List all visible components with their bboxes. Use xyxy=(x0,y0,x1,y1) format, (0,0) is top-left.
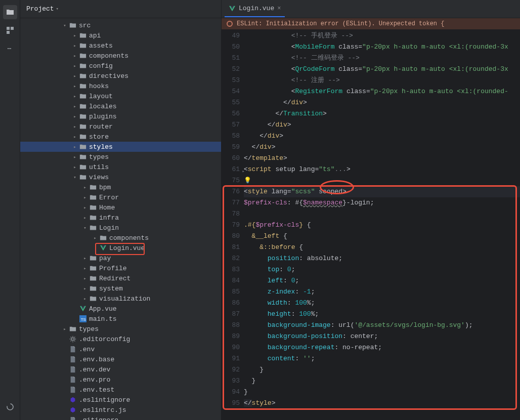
tree-item[interactable]: ▸locales xyxy=(20,101,221,111)
chevron-right-icon[interactable]: ▸ xyxy=(81,296,89,302)
gauge-rail-icon[interactable] xyxy=(3,400,17,414)
chevron-right-icon[interactable]: ▸ xyxy=(81,266,89,271)
tree-item[interactable]: ▸visualization xyxy=(20,293,221,304)
tree-item[interactable]: .eslintrc.js xyxy=(20,405,221,415)
tree-item[interactable]: ▸hooks xyxy=(20,81,221,91)
chevron-right-icon[interactable]: ▸ xyxy=(81,286,89,291)
code-line[interactable]: <!-- 手机登录 --> xyxy=(244,30,520,41)
code-line[interactable]: z-index: -1; xyxy=(244,286,520,298)
code-line[interactable]: </template> xyxy=(244,153,520,164)
chevron-right-icon[interactable]: ▸ xyxy=(71,43,79,49)
code-line[interactable]: <style lang="scss" scoped> xyxy=(244,186,520,197)
tree-item[interactable]: ▸assets xyxy=(20,40,221,51)
code-content[interactable]: <!-- 手机登录 --> <MobileForm class="p-20px … xyxy=(244,29,520,420)
tree-item[interactable]: ▸plugins xyxy=(20,111,221,121)
tree-item[interactable]: ▸Redirect xyxy=(20,273,221,283)
chevron-right-icon[interactable]: ▸ xyxy=(71,124,79,130)
chevron-right-icon[interactable]: ▸ xyxy=(71,144,79,150)
tree-item[interactable]: ▸bpm xyxy=(20,182,221,192)
chevron-right-icon[interactable]: ▸ xyxy=(71,164,79,170)
tree-item[interactable]: .editorconfig xyxy=(20,334,221,344)
tree-item[interactable]: .env xyxy=(20,344,221,354)
code-line[interactable]: $prefix-cls: #{$namespace}-login; xyxy=(244,197,520,208)
code-line[interactable]: <QrCodeForm class="p-20px h-auto m-auto … xyxy=(244,64,520,75)
chevron-right-icon[interactable]: ▸ xyxy=(71,154,79,160)
tree-item[interactable]: .env.test xyxy=(20,385,221,395)
tree-item[interactable]: ▸config xyxy=(20,61,221,71)
code-line[interactable]: <!-- 二维码登录 --> xyxy=(244,53,520,64)
code-line[interactable]: height: 100%; xyxy=(244,309,520,320)
editor-tab[interactable]: Login.vue × xyxy=(225,1,285,17)
chevron-right-icon[interactable]: ▸ xyxy=(71,94,79,99)
code-line[interactable]: 💡 xyxy=(244,175,520,186)
chevron-right-icon[interactable]: ▸ xyxy=(71,73,79,79)
chevron-right-icon[interactable]: ▸ xyxy=(71,53,79,59)
tree-item[interactable]: ▸components xyxy=(20,51,221,61)
code-line[interactable]: top: 0; xyxy=(244,264,520,275)
chevron-right-icon[interactable]: ▸ xyxy=(81,185,89,190)
tree-item[interactable]: ▾views xyxy=(20,172,221,182)
chevron-right-icon[interactable]: ▸ xyxy=(71,134,79,140)
code-line[interactable]: <!-- 注册 --> xyxy=(244,75,520,86)
code-line[interactable]: </div> xyxy=(244,131,520,142)
code-line[interactable]: } xyxy=(244,375,520,387)
code-line[interactable]: </style> xyxy=(244,398,520,409)
project-rail-icon[interactable] xyxy=(3,5,17,19)
chevron-right-icon[interactable]: ▸ xyxy=(71,33,79,38)
tree-item[interactable]: ▸components xyxy=(20,233,221,243)
tree-item[interactable]: ▸pay xyxy=(20,253,221,263)
chevron-right-icon[interactable]: ▸ xyxy=(61,326,69,332)
code-line[interactable]: <MobileForm class="p-20px h-auto m-auto … xyxy=(244,41,520,53)
code-line[interactable]: </Transition> xyxy=(244,108,520,119)
tree-item[interactable]: App.vue xyxy=(20,304,221,314)
tree-item[interactable]: ▸Error xyxy=(20,192,221,202)
code-line[interactable]: position: absolute; xyxy=(244,253,520,264)
project-tree[interactable]: ▾src▸api▸assets▸components▸config▸direct… xyxy=(20,18,221,420)
chevron-right-icon[interactable]: ▸ xyxy=(81,205,89,211)
close-icon[interactable]: × xyxy=(277,5,281,12)
tree-item[interactable]: .eslintignore xyxy=(20,395,221,405)
code-editor[interactable]: 49505152535455565758596061▸7576777879808… xyxy=(222,29,520,420)
tree-item[interactable]: ▸styles xyxy=(20,142,221,152)
code-line[interactable] xyxy=(244,208,520,220)
chevron-right-icon[interactable]: ▸ xyxy=(81,256,89,261)
code-line[interactable]: </div> xyxy=(244,142,520,153)
more-rail-icon[interactable]: ⋯ xyxy=(3,41,17,56)
tree-item[interactable]: ▸directives xyxy=(20,71,221,81)
tree-item[interactable]: ▸router xyxy=(20,121,221,132)
code-line[interactable]: left: 0; xyxy=(244,275,520,286)
code-line[interactable]: background-image: url('@/assets/svgs/log… xyxy=(244,320,520,331)
code-line[interactable]: .#{$prefix-cls} { xyxy=(244,220,520,231)
project-panel-header[interactable]: Project ▾ xyxy=(20,0,221,18)
tree-item[interactable]: ▸Home xyxy=(20,202,221,213)
code-line[interactable]: width: 100%; xyxy=(244,298,520,309)
code-line[interactable]: </div> xyxy=(244,119,520,131)
tree-item[interactable]: TSmain.ts xyxy=(20,314,221,324)
code-line[interactable]: background-repeat: no-repeat; xyxy=(244,342,520,353)
tree-item[interactable]: .gitignore xyxy=(20,415,221,420)
code-line[interactable]: <script setup lang="ts"...> xyxy=(244,164,520,175)
tree-item[interactable]: ▸layout xyxy=(20,91,221,101)
code-line[interactable]: content: ''; xyxy=(244,353,520,364)
tree-item[interactable]: ▸infra xyxy=(20,213,221,223)
structure-rail-icon[interactable] xyxy=(3,23,17,37)
tree-item[interactable]: ▸types xyxy=(20,152,221,162)
tree-item[interactable]: ▸store xyxy=(20,132,221,142)
code-line[interactable]: &__left { xyxy=(244,231,520,242)
tree-item[interactable]: ▸api xyxy=(20,30,221,40)
code-line[interactable]: } xyxy=(244,387,520,398)
tree-item[interactable]: ▸types xyxy=(20,324,221,334)
tree-item[interactable]: Login.vue xyxy=(20,243,221,253)
chevron-right-icon[interactable]: ▸ xyxy=(71,63,79,69)
chevron-right-icon[interactable]: ▸ xyxy=(91,235,99,241)
code-line[interactable]: &::before { xyxy=(244,242,520,253)
chevron-right-icon[interactable]: ▸ xyxy=(81,215,89,221)
code-line[interactable]: <RegisterForm class="p-20px h-auto m-aut… xyxy=(244,86,520,97)
tree-item[interactable]: ▸system xyxy=(20,283,221,293)
tree-item[interactable]: ▾src xyxy=(20,20,221,30)
chevron-down-icon[interactable]: ▾ xyxy=(81,225,89,231)
tree-item[interactable]: ▸Profile xyxy=(20,263,221,273)
chevron-right-icon[interactable]: ▸ xyxy=(81,195,89,200)
tree-item[interactable]: ▾Login xyxy=(20,223,221,233)
chevron-down-icon[interactable]: ▾ xyxy=(71,175,79,180)
